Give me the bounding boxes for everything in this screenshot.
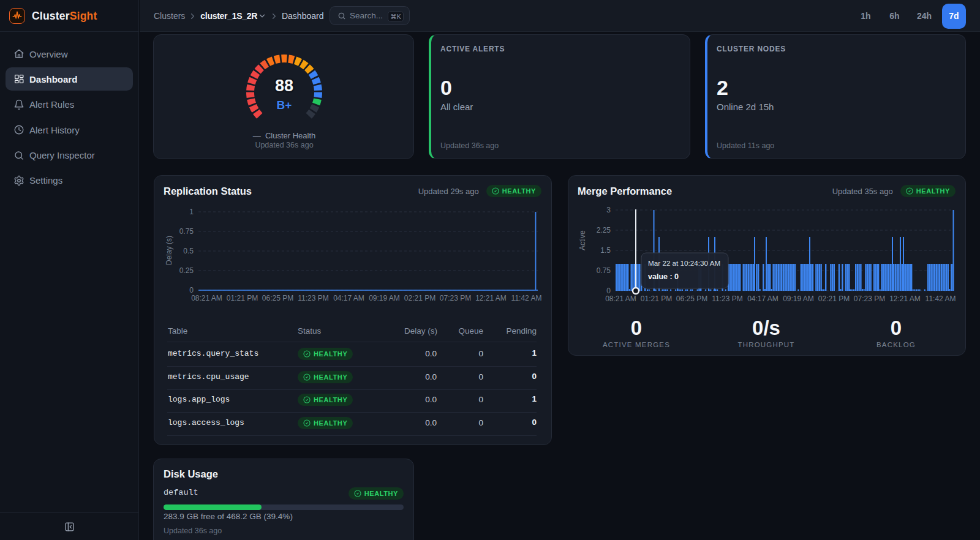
svg-text:0.75: 0.75 [179, 227, 194, 236]
svg-text:02:21 PM: 02:21 PM [818, 294, 850, 303]
svg-text:Mar 22 at 10:24:30 AM: Mar 22 at 10:24:30 AM [648, 259, 720, 267]
svg-text:— Cluster Health: — Cluster Health [253, 131, 316, 140]
svg-text:1.5: 1.5 [600, 246, 611, 255]
svg-text:value : 0: value : 0 [648, 272, 679, 281]
svg-text:B+: B+ [277, 99, 292, 111]
svg-text:11:42 AM: 11:42 AM [511, 294, 542, 302]
svg-text:1: 1 [189, 208, 194, 216]
svg-text:Active: Active [578, 230, 587, 250]
svg-text:Updated 36s ago: Updated 36s ago [255, 141, 313, 149]
svg-text:04:17 AM: 04:17 AM [747, 294, 778, 303]
svg-text:88: 88 [275, 77, 293, 95]
svg-text:2.25: 2.25 [597, 226, 611, 234]
svg-text:02:21 PM: 02:21 PM [404, 294, 435, 302]
svg-text:0.75: 0.75 [597, 266, 611, 275]
svg-text:11:23 PM: 11:23 PM [298, 294, 328, 302]
svg-text:09:19 AM: 09:19 AM [369, 294, 400, 302]
svg-text:Delay (s): Delay (s) [165, 236, 173, 265]
svg-text:01:21 PM: 01:21 PM [641, 294, 672, 303]
svg-text:07:23 PM: 07:23 PM [440, 294, 471, 302]
svg-text:07:23 PM: 07:23 PM [854, 294, 885, 303]
svg-text:06:25 PM: 06:25 PM [262, 294, 293, 302]
svg-text:09:19 AM: 09:19 AM [783, 294, 814, 303]
svg-text:11:23 PM: 11:23 PM [712, 294, 742, 303]
svg-text:04:17 AM: 04:17 AM [333, 294, 364, 302]
svg-text:08:21 AM: 08:21 AM [191, 294, 222, 302]
svg-text:08:21 AM: 08:21 AM [605, 294, 636, 303]
svg-text:0.5: 0.5 [183, 247, 194, 255]
svg-text:01:21 PM: 01:21 PM [227, 294, 258, 302]
svg-text:11:42 AM: 11:42 AM [925, 294, 956, 303]
svg-text:12:21 AM: 12:21 AM [889, 294, 921, 303]
svg-text:3: 3 [606, 206, 611, 214]
svg-text:0: 0 [189, 286, 194, 294]
svg-text:0.25: 0.25 [179, 266, 194, 275]
svg-text:06:25 PM: 06:25 PM [676, 294, 707, 303]
svg-text:0: 0 [606, 287, 611, 295]
svg-text:12:21 AM: 12:21 AM [475, 294, 507, 302]
